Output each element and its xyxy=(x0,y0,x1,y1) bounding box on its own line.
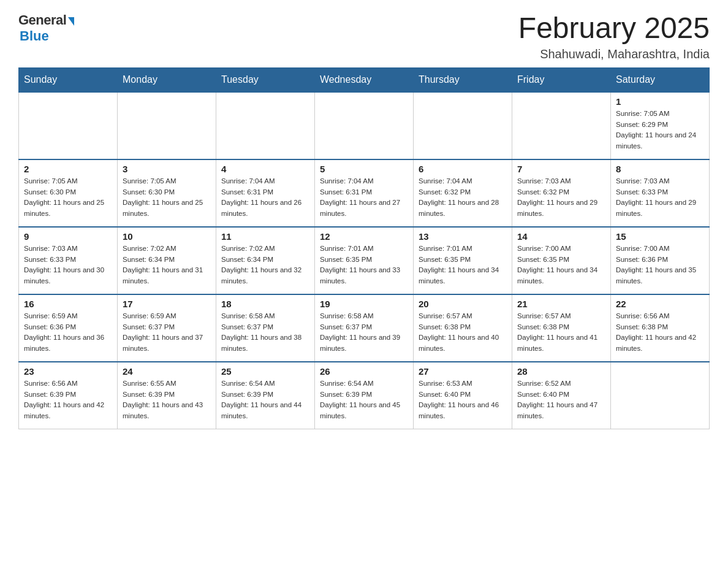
calendar-day-header: Wednesday xyxy=(315,67,414,92)
calendar-cell: 17Sunrise: 6:59 AMSunset: 6:37 PMDayligh… xyxy=(118,294,216,362)
calendar-cell: 8Sunrise: 7:03 AMSunset: 6:33 PMDaylight… xyxy=(611,159,710,227)
calendar-cell: 7Sunrise: 7:03 AMSunset: 6:32 PMDaylight… xyxy=(512,159,611,227)
calendar-day-header: Friday xyxy=(512,67,611,92)
day-info: Sunrise: 6:55 AMSunset: 6:39 PMDaylight:… xyxy=(123,378,211,422)
calendar-cell xyxy=(611,362,710,429)
calendar-cell: 10Sunrise: 7:02 AMSunset: 6:34 PMDayligh… xyxy=(118,227,216,294)
calendar-day-header: Thursday xyxy=(414,67,512,92)
day-number: 12 xyxy=(320,231,408,242)
day-info: Sunrise: 7:05 AMSunset: 6:29 PMDaylight:… xyxy=(616,109,704,152)
calendar-cell xyxy=(19,92,118,159)
day-info: Sunrise: 7:02 AMSunset: 6:34 PMDaylight:… xyxy=(123,243,211,287)
day-number: 20 xyxy=(419,299,507,309)
day-info: Sunrise: 7:03 AMSunset: 6:32 PMDaylight:… xyxy=(517,176,605,220)
calendar-day-header: Sunday xyxy=(19,67,118,92)
page-header: General Blue February 2025 Shahuwadi, Ma… xyxy=(18,12,710,61)
day-number: 17 xyxy=(123,299,211,309)
day-number: 7 xyxy=(517,164,605,174)
calendar-cell xyxy=(315,92,414,159)
day-info: Sunrise: 7:04 AMSunset: 6:31 PMDaylight:… xyxy=(221,176,309,220)
calendar-cell: 19Sunrise: 6:58 AMSunset: 6:37 PMDayligh… xyxy=(315,294,414,362)
calendar-cell: 15Sunrise: 7:00 AMSunset: 6:36 PMDayligh… xyxy=(611,227,710,294)
calendar-header-row: SundayMondayTuesdayWednesdayThursdayFrid… xyxy=(19,67,710,92)
day-number: 4 xyxy=(221,164,309,174)
day-info: Sunrise: 7:03 AMSunset: 6:33 PMDaylight:… xyxy=(616,176,704,220)
calendar-cell: 22Sunrise: 6:56 AMSunset: 6:38 PMDayligh… xyxy=(611,294,710,362)
day-info: Sunrise: 7:00 AMSunset: 6:36 PMDaylight:… xyxy=(616,243,704,287)
calendar-cell: 4Sunrise: 7:04 AMSunset: 6:31 PMDaylight… xyxy=(216,159,315,227)
day-info: Sunrise: 6:56 AMSunset: 6:38 PMDaylight:… xyxy=(616,311,704,354)
day-number: 2 xyxy=(24,164,112,174)
location-text: Shahuwadi, Maharashtra, India xyxy=(518,47,710,61)
day-info: Sunrise: 6:58 AMSunset: 6:37 PMDaylight:… xyxy=(320,311,408,354)
day-number: 24 xyxy=(123,366,211,377)
calendar-cell: 13Sunrise: 7:01 AMSunset: 6:35 PMDayligh… xyxy=(414,227,512,294)
day-info: Sunrise: 7:01 AMSunset: 6:35 PMDaylight:… xyxy=(419,243,507,287)
day-number: 6 xyxy=(419,164,507,174)
day-info: Sunrise: 7:01 AMSunset: 6:35 PMDaylight:… xyxy=(320,243,408,287)
calendar-cell: 1Sunrise: 7:05 AMSunset: 6:29 PMDaylight… xyxy=(611,92,710,159)
day-info: Sunrise: 6:52 AMSunset: 6:40 PMDaylight:… xyxy=(517,378,605,422)
day-info: Sunrise: 6:57 AMSunset: 6:38 PMDaylight:… xyxy=(419,311,507,354)
logo-blue-text: Blue xyxy=(20,28,49,44)
title-section: February 2025 Shahuwadi, Maharashtra, In… xyxy=(518,12,710,61)
day-info: Sunrise: 6:54 AMSunset: 6:39 PMDaylight:… xyxy=(221,378,309,422)
calendar-cell: 5Sunrise: 7:04 AMSunset: 6:31 PMDaylight… xyxy=(315,159,414,227)
day-number: 9 xyxy=(24,231,112,242)
calendar-cell: 24Sunrise: 6:55 AMSunset: 6:39 PMDayligh… xyxy=(118,362,216,429)
day-info: Sunrise: 7:05 AMSunset: 6:30 PMDaylight:… xyxy=(24,176,112,220)
logo: General Blue xyxy=(18,12,74,44)
day-number: 3 xyxy=(123,164,211,174)
calendar-cell xyxy=(414,92,512,159)
logo-arrow-icon xyxy=(68,17,74,26)
calendar-week-row: 9Sunrise: 7:03 AMSunset: 6:33 PMDaylight… xyxy=(19,227,710,294)
day-number: 22 xyxy=(616,299,704,309)
calendar-week-row: 23Sunrise: 6:56 AMSunset: 6:39 PMDayligh… xyxy=(19,362,710,429)
day-number: 26 xyxy=(320,366,408,377)
day-info: Sunrise: 7:04 AMSunset: 6:32 PMDaylight:… xyxy=(419,176,507,220)
calendar-week-row: 16Sunrise: 6:59 AMSunset: 6:36 PMDayligh… xyxy=(19,294,710,362)
day-info: Sunrise: 6:59 AMSunset: 6:36 PMDaylight:… xyxy=(24,311,112,354)
day-number: 16 xyxy=(24,299,112,309)
day-number: 1 xyxy=(616,96,704,107)
day-number: 8 xyxy=(616,164,704,174)
calendar-cell xyxy=(118,92,216,159)
calendar-cell: 26Sunrise: 6:54 AMSunset: 6:39 PMDayligh… xyxy=(315,362,414,429)
calendar-cell: 3Sunrise: 7:05 AMSunset: 6:30 PMDaylight… xyxy=(118,159,216,227)
day-info: Sunrise: 7:04 AMSunset: 6:31 PMDaylight:… xyxy=(320,176,408,220)
day-number: 18 xyxy=(221,299,309,309)
calendar-table: SundayMondayTuesdayWednesdayThursdayFrid… xyxy=(18,67,710,430)
day-number: 10 xyxy=(123,231,211,242)
calendar-cell: 21Sunrise: 6:57 AMSunset: 6:38 PMDayligh… xyxy=(512,294,611,362)
day-number: 25 xyxy=(221,366,309,377)
calendar-day-header: Monday xyxy=(118,67,216,92)
day-number: 27 xyxy=(419,366,507,377)
day-number: 19 xyxy=(320,299,408,309)
calendar-cell: 12Sunrise: 7:01 AMSunset: 6:35 PMDayligh… xyxy=(315,227,414,294)
calendar-cell: 20Sunrise: 6:57 AMSunset: 6:38 PMDayligh… xyxy=(414,294,512,362)
day-info: Sunrise: 7:05 AMSunset: 6:30 PMDaylight:… xyxy=(123,176,211,220)
day-info: Sunrise: 6:53 AMSunset: 6:40 PMDaylight:… xyxy=(419,378,507,422)
calendar-cell: 16Sunrise: 6:59 AMSunset: 6:36 PMDayligh… xyxy=(19,294,118,362)
calendar-cell: 25Sunrise: 6:54 AMSunset: 6:39 PMDayligh… xyxy=(216,362,315,429)
calendar-cell: 11Sunrise: 7:02 AMSunset: 6:34 PMDayligh… xyxy=(216,227,315,294)
calendar-cell: 18Sunrise: 6:58 AMSunset: 6:37 PMDayligh… xyxy=(216,294,315,362)
day-number: 15 xyxy=(616,231,704,242)
day-number: 5 xyxy=(320,164,408,174)
calendar-week-row: 1Sunrise: 7:05 AMSunset: 6:29 PMDaylight… xyxy=(19,92,710,159)
calendar-cell: 6Sunrise: 7:04 AMSunset: 6:32 PMDaylight… xyxy=(414,159,512,227)
day-number: 23 xyxy=(24,366,112,377)
day-info: Sunrise: 6:56 AMSunset: 6:39 PMDaylight:… xyxy=(24,378,112,422)
calendar-cell: 14Sunrise: 7:00 AMSunset: 6:35 PMDayligh… xyxy=(512,227,611,294)
day-info: Sunrise: 6:59 AMSunset: 6:37 PMDaylight:… xyxy=(123,311,211,354)
calendar-day-header: Saturday xyxy=(611,67,710,92)
day-info: Sunrise: 6:58 AMSunset: 6:37 PMDaylight:… xyxy=(221,311,309,354)
day-info: Sunrise: 7:02 AMSunset: 6:34 PMDaylight:… xyxy=(221,243,309,287)
day-number: 21 xyxy=(517,299,605,309)
day-number: 13 xyxy=(419,231,507,242)
day-number: 14 xyxy=(517,231,605,242)
day-info: Sunrise: 7:03 AMSunset: 6:33 PMDaylight:… xyxy=(24,243,112,287)
day-info: Sunrise: 6:57 AMSunset: 6:38 PMDaylight:… xyxy=(517,311,605,354)
calendar-cell xyxy=(512,92,611,159)
calendar-week-row: 2Sunrise: 7:05 AMSunset: 6:30 PMDaylight… xyxy=(19,159,710,227)
